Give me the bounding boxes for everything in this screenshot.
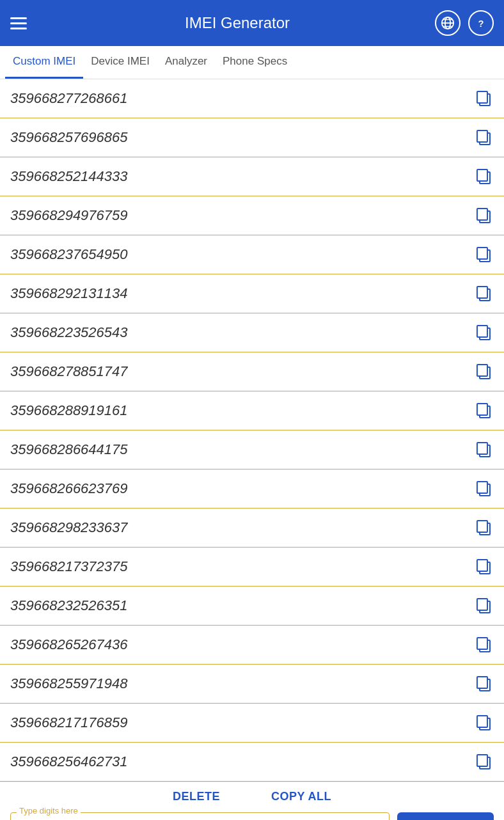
imei-row: 359668277268661 bbox=[0, 79, 504, 118]
imei-row: 359668278851747 bbox=[0, 352, 504, 391]
copy-icon[interactable] bbox=[473, 283, 494, 304]
imei-row: 359668232526351 bbox=[0, 587, 504, 626]
imei-row: 359668237654950 bbox=[0, 235, 504, 274]
imei-row: 359668265267436 bbox=[0, 626, 504, 665]
tab-bar: Custom IMEI Device IMEI Analyzer Phone S… bbox=[0, 46, 504, 79]
imei-number: 359668232526351 bbox=[10, 597, 128, 614]
imei-number: 359668288919161 bbox=[10, 402, 128, 419]
input-row: Type digits here GENERATE bbox=[10, 812, 494, 820]
imei-row: 359668294976759 bbox=[0, 196, 504, 235]
copy-icon[interactable] bbox=[473, 205, 494, 226]
imei-number: 359668286644175 bbox=[10, 441, 128, 458]
copy-icon[interactable] bbox=[473, 478, 494, 499]
copy-icon[interactable] bbox=[473, 713, 494, 733]
menu-button[interactable] bbox=[10, 17, 27, 29]
svg-text:?: ? bbox=[478, 19, 484, 29]
imei-number: 359668217176859 bbox=[10, 714, 128, 731]
imei-row: 359668286644175 bbox=[0, 430, 504, 469]
help-icon[interactable]: ? bbox=[468, 10, 494, 36]
copy-icon[interactable] bbox=[473, 127, 494, 148]
app-title: IMEI Generator bbox=[40, 14, 435, 32]
imei-row: 359668257696865 bbox=[0, 118, 504, 157]
imei-row: 359668223526543 bbox=[0, 313, 504, 352]
imei-number: 359668223526543 bbox=[10, 324, 128, 341]
imei-number: 359668252144333 bbox=[10, 168, 128, 185]
tab-custom-imei[interactable]: Custom IMEI bbox=[5, 46, 83, 79]
imei-number: 359668298233637 bbox=[10, 519, 128, 536]
imei-row: 359668252144333 bbox=[0, 157, 504, 196]
action-buttons: DELETE COPY ALL bbox=[10, 790, 494, 803]
imei-number: 359668266623769 bbox=[10, 480, 128, 497]
copy-icon[interactable] bbox=[473, 439, 494, 460]
imei-number: 359668255971948 bbox=[10, 675, 128, 692]
header-icons: ? bbox=[435, 10, 494, 36]
copy-icon[interactable] bbox=[473, 556, 494, 577]
imei-number: 359668217372375 bbox=[10, 558, 128, 575]
copy-icon[interactable] bbox=[473, 166, 494, 187]
copy-icon[interactable] bbox=[473, 361, 494, 382]
imei-row: 359668256462731 bbox=[0, 743, 504, 782]
copy-all-button[interactable]: COPY ALL bbox=[271, 790, 331, 803]
copy-icon[interactable] bbox=[473, 752, 494, 772]
copy-icon[interactable] bbox=[473, 400, 494, 421]
input-wrapper: Type digits here bbox=[10, 812, 390, 820]
imei-number: 359668278851747 bbox=[10, 363, 128, 380]
tab-analyzer[interactable]: Analyzer bbox=[157, 46, 215, 79]
imei-row: 359668288919161 bbox=[0, 391, 504, 430]
copy-icon[interactable] bbox=[473, 595, 494, 616]
imei-row: 359668298233637 bbox=[0, 509, 504, 548]
imei-number: 359668292131134 bbox=[10, 285, 128, 302]
imei-list: 359668277268661 359668257696865 35966825… bbox=[0, 79, 504, 782]
input-label: Type digits here bbox=[17, 806, 81, 816]
app-header: IMEI Generator ? bbox=[0, 0, 504, 46]
imei-number: 359668265267436 bbox=[10, 636, 128, 653]
copy-icon[interactable] bbox=[473, 635, 494, 655]
imei-number: 359668277268661 bbox=[10, 90, 128, 107]
imei-row: 359668217372375 bbox=[0, 548, 504, 587]
delete-button[interactable]: DELETE bbox=[173, 790, 220, 803]
copy-icon[interactable] bbox=[473, 88, 494, 109]
imei-number: 359668256462731 bbox=[10, 753, 128, 770]
copy-icon[interactable] bbox=[473, 322, 494, 343]
generate-button[interactable]: GENERATE bbox=[397, 812, 494, 820]
imei-row: 359668217176859 bbox=[0, 704, 504, 743]
copy-icon[interactable] bbox=[473, 674, 494, 694]
imei-number: 359668237654950 bbox=[10, 246, 128, 263]
imei-number: 359668257696865 bbox=[10, 129, 128, 146]
copy-icon[interactable] bbox=[473, 517, 494, 538]
imei-row: 359668255971948 bbox=[0, 665, 504, 704]
copy-icon[interactable] bbox=[473, 244, 494, 265]
globe-icon[interactable] bbox=[435, 10, 461, 36]
tab-device-imei[interactable]: Device IMEI bbox=[83, 46, 157, 79]
imei-number: 359668294976759 bbox=[10, 207, 128, 224]
imei-row: 359668266623769 bbox=[0, 469, 504, 509]
bottom-bar: DELETE COPY ALL Type digits here GENERAT… bbox=[0, 782, 504, 820]
tab-phone-specs[interactable]: Phone Specs bbox=[215, 46, 295, 79]
imei-row: 359668292131134 bbox=[0, 274, 504, 313]
